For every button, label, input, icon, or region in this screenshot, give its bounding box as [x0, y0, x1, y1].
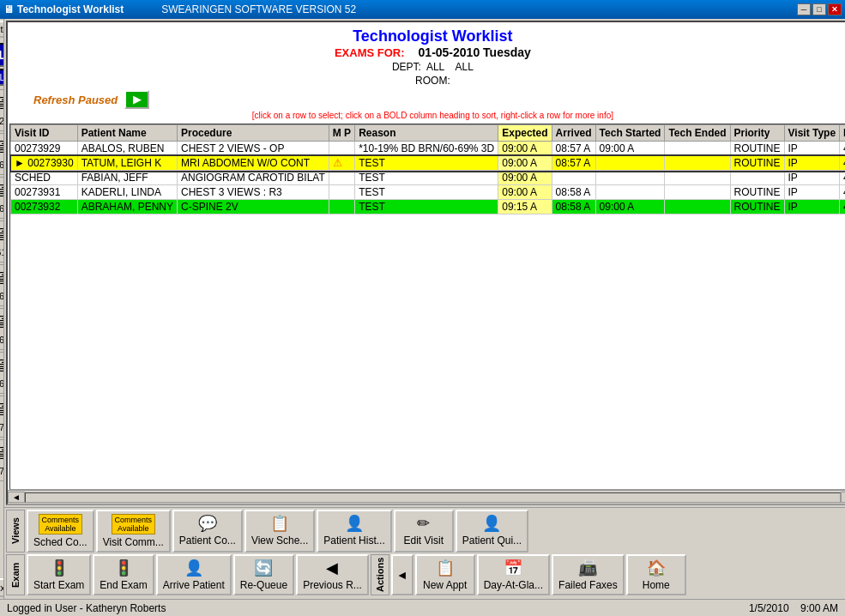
room-label: ROOM: — [415, 75, 450, 87]
new-appt-button[interactable]: 📋 New Appt — [415, 554, 475, 595]
day-at-gla-icon: 📅 — [504, 559, 522, 577]
quick-icon: 👤 — [482, 514, 501, 533]
title-bar: 🖥 Technologist Worklist SWEARINGEN SOFTW… — [0, 0, 845, 19]
center-content: Technologist Worklist EXAMS FOR: 01-05-2… — [4, 19, 845, 599]
re-queue-button[interactable]: 🔄 Re-Queue — [233, 554, 294, 595]
col-expected[interactable]: Expected — [498, 125, 552, 142]
exam-date: 01-05-2010 Tuesday — [419, 45, 531, 59]
edit-visit-button[interactable]: ✏ Edit Visit — [394, 510, 454, 553]
speech-bubble-icon: 💬 — [198, 514, 217, 533]
table-header-row: Visit ID Patient Name Procedure M P Reas… — [11, 125, 846, 142]
actions-prev-button[interactable]: ◄ — [391, 554, 413, 595]
re-queue-label: Re-Queue — [240, 579, 287, 591]
exams-for-label: EXAMS FOR: — [335, 46, 405, 59]
patient-history-label: Patient Hist... — [323, 534, 384, 547]
re-queue-icon: 🔄 — [254, 559, 273, 577]
dept-label: DEPT: — [392, 61, 421, 73]
home-label: Home — [643, 579, 670, 591]
maximize-button[interactable]: □ — [812, 3, 826, 15]
visit-comments-button[interactable]: CommentsAvailable Visit Comm... — [96, 510, 171, 553]
content-area: Technologist Worklist EXAMS FOR: 01-05-2… — [6, 21, 845, 505]
previous-icon: ◀ — [326, 559, 338, 577]
patient-history-button[interactable]: 👤 Patient Hist... — [317, 510, 391, 553]
main-container: Departments ALL (ALL) 🖥 428 🖥 460 🖥 461 … — [0, 19, 845, 599]
schedule-icon: 📋 — [270, 514, 289, 533]
col-tech-started[interactable]: Tech Started — [595, 125, 665, 142]
table-row[interactable]: SCHEDFABIAN, JEFFANGIOGRAM CAROTID BILAT… — [11, 171, 846, 185]
room-row: ROOM: — [16, 75, 845, 87]
end-exam-button[interactable]: 🚦 End Exam — [93, 554, 154, 595]
sched-comments-button[interactable]: CommentsAvailable Sched Co... — [27, 510, 94, 553]
table-row[interactable]: 00273932ABRAHAM, PENNYC-SPINE 2VTEST09:1… — [11, 200, 846, 214]
page-title: Technologist Worklist — [16, 27, 845, 45]
col-visit-id[interactable]: Visit ID — [11, 125, 78, 142]
actions-label: Actions — [371, 554, 389, 595]
patient-comments-label: Patient Co... — [179, 534, 236, 547]
col-d[interactable]: D — [840, 125, 845, 142]
edit-icon: ✏ — [417, 514, 430, 533]
comments-badge-visit: CommentsAvailable — [112, 514, 156, 534]
refresh-area: Refresh Paused ▶ — [33, 90, 845, 109]
patient-quick-button[interactable]: 👤 Patient Qui... — [456, 510, 528, 553]
views-toolbar: Views CommentsAvailable Sched Co... Comm… — [6, 510, 845, 553]
failed-faxes-button[interactable]: 📠 Failed Faxes — [552, 554, 625, 595]
arrive-patient-label: Arrive Patient — [163, 579, 225, 591]
status-bar: Logged in User - Katheryn Roberts 1/5/20… — [0, 599, 845, 616]
worklist-table-container[interactable]: Visit ID Patient Name Procedure M P Reas… — [9, 124, 845, 490]
app-title: Technologist Worklist — [17, 3, 124, 15]
col-arrived[interactable]: Arrived — [552, 125, 595, 142]
view-schedule-label: View Sche... — [251, 534, 308, 547]
edit-visit-label: Edit Visit — [404, 534, 444, 547]
table-row[interactable]: 00273929ABALOS, RUBENCHEST 2 VIEWS - OP*… — [11, 142, 846, 156]
scroll-right-button[interactable]: ► — [841, 492, 845, 503]
col-procedure[interactable]: Procedure — [177, 125, 329, 142]
exam-label: Exam — [6, 554, 25, 595]
day-at-gla-button[interactable]: 📅 Day-At-Gla... — [477, 554, 550, 595]
col-reason[interactable]: Reason — [355, 125, 498, 142]
status-date: 1/5/2010 — [749, 602, 789, 614]
scroll-left-button[interactable]: ◄ — [8, 492, 25, 503]
dept-row: DEPT: ALL ALL — [16, 61, 845, 73]
status-date-time: 1/5/2010 9:00 AM — [749, 602, 838, 614]
logged-in-user: Logged in User - Katheryn Roberts — [7, 602, 166, 614]
col-mp[interactable]: M P — [329, 125, 354, 142]
start-exam-icon: 🚦 — [50, 559, 69, 577]
minimize-button[interactable]: ─ — [797, 3, 811, 15]
dept-val1: ALL — [426, 61, 444, 73]
view-schedule-button[interactable]: 📋 View Sche... — [244, 510, 315, 553]
horizontal-scrollbar[interactable]: ◄ ► — [8, 490, 845, 504]
hint-text: [click on a row to select; click on a BO… — [16, 111, 845, 120]
previous-r-label: Previous R... — [303, 579, 362, 591]
col-patient-name[interactable]: Patient Name — [77, 125, 177, 142]
home-button[interactable]: 🏠 Home — [626, 554, 686, 595]
refresh-paused-text: Refresh Paused — [33, 94, 118, 106]
previous-r-button[interactable]: ◀ Previous R... — [296, 554, 369, 595]
status-time: 9:00 AM — [800, 602, 838, 614]
col-priority[interactable]: Priority — [730, 125, 784, 142]
table-row[interactable]: ► 00273930TATUM, LEIGH KMRI ABDOMEN W/O … — [11, 156, 846, 171]
refresh-button[interactable]: ▶ — [124, 90, 149, 109]
col-visit-type[interactable]: Visit Type — [784, 125, 840, 142]
history-icon: 👤 — [345, 514, 364, 533]
arrive-patient-icon: 👤 — [184, 559, 203, 577]
views-label: Views — [6, 510, 25, 553]
start-exam-button[interactable]: 🚦 Start Exam — [27, 554, 91, 595]
new-appt-label: New Appt — [423, 579, 467, 591]
window-controls: ─ □ ✕ — [797, 3, 842, 15]
day-at-gla-label: Day-At-Gla... — [484, 579, 543, 591]
failed-faxes-icon: 📠 — [578, 559, 597, 577]
arrive-patient-button[interactable]: 👤 Arrive Patient — [156, 554, 232, 595]
table-row[interactable]: 00273931KADERLI, LINDACHEST 3 VIEWS : R3… — [11, 185, 846, 200]
version-text: SWEARINGEN SOFTWARE VERSION 52 — [161, 3, 356, 15]
col-tech-ended[interactable]: Tech Ended — [665, 125, 730, 142]
new-appt-icon: 📋 — [436, 559, 455, 577]
patient-quick-label: Patient Qui... — [462, 534, 522, 547]
patient-comments-button[interactable]: 💬 Patient Co... — [172, 510, 243, 553]
title-bar-title: 🖥 Technologist Worklist SWEARINGEN SOFTW… — [3, 3, 356, 15]
dept-val2: ALL — [456, 61, 474, 73]
failed-faxes-label: Failed Faxes — [558, 579, 618, 591]
close-button[interactable]: ✕ — [828, 3, 842, 15]
bottom-area: Views CommentsAvailable Sched Co... Comm… — [4, 507, 845, 599]
content-header: Technologist Worklist EXAMS FOR: 01-05-2… — [8, 22, 845, 124]
end-exam-icon: 🚦 — [114, 559, 133, 577]
